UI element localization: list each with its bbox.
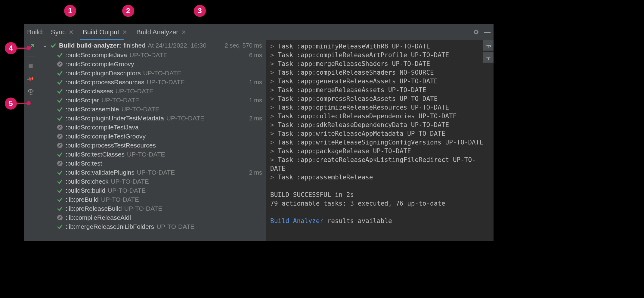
console-summary-1: BUILD SUCCESSFUL in 2s (270, 191, 489, 199)
build-console[interactable]: > Task :app:minifyReleaseWithR8 UP-TO-DA… (266, 40, 494, 241)
build-root-duration: 2 sec, 570 ms (224, 42, 262, 49)
callout-badge-3: 3 (194, 5, 206, 17)
tab-build-analyzer-label: Build Analyzer (136, 28, 178, 36)
task-state: UP-TO-DATE (116, 88, 153, 95)
task-state: UP-TO-DATE (143, 70, 181, 77)
task-row[interactable]: :buildSrc:classesUP-TO-DATE (37, 87, 266, 96)
task-row[interactable]: :buildSrc:test (37, 159, 266, 168)
check-icon (56, 70, 64, 76)
task-state: UP-TO-DATE (147, 79, 184, 86)
task-name: :buildSrc:testClasses (66, 151, 125, 158)
close-icon[interactable]: ✕ (69, 29, 74, 36)
task-time: 1 ms (249, 79, 262, 86)
task-name: :lib:preBuild (66, 196, 99, 203)
console-link-suffix: results available (324, 217, 392, 225)
task-name: :buildSrc:classes (66, 88, 113, 95)
skip-icon (56, 215, 64, 220)
task-row[interactable]: :buildSrc:assembleUP-TO-DATE (37, 105, 266, 114)
check-icon (56, 52, 64, 58)
task-name: :buildSrc:compileGroovy (66, 61, 134, 68)
task-time: 1 ms (249, 97, 262, 104)
task-name: :buildSrc:pluginUnderTestMetadata (66, 115, 164, 122)
check-icon (56, 88, 64, 94)
close-icon[interactable]: ✕ (122, 29, 127, 36)
build-root-row[interactable]: ⌄ Build build-analyzer: finished At 24/1… (37, 40, 266, 51)
task-name: :buildSrc:compileTestJava (66, 124, 139, 131)
build-gutter: 📌 (24, 40, 37, 241)
task-row[interactable]: :lib:mergeReleaseJniLibFoldersUP-TO-DATE (37, 222, 266, 231)
svg-point-2 (30, 90, 31, 92)
gear-icon[interactable]: ⚙ (473, 28, 479, 36)
console-line: > Task :app:mergeReleaseShaders UP-TO-DA… (270, 60, 489, 68)
check-icon (56, 151, 64, 157)
task-row[interactable]: :buildSrc:jarUP-TO-DATE1 ms (37, 96, 266, 105)
console-line: > Task :app:compileReleaseArtProfile UP-… (270, 51, 489, 60)
callout-badge-1: 1 (64, 5, 76, 17)
tab-sync-label: Sync (51, 28, 66, 36)
console-line: > Task :app:createReleaseApkListingFileR… (270, 156, 489, 173)
console-line: > Task :app:generateReleaseAssets UP-TO-… (270, 77, 489, 86)
rebuild-icon[interactable] (26, 43, 35, 52)
callout-badge-5: 5 (5, 98, 17, 110)
task-name: :buildSrc:compileJava (66, 51, 127, 59)
skip-icon (56, 61, 64, 67)
task-row[interactable]: :buildSrc:compileTestJava (37, 123, 266, 132)
tab-build-output-label: Build Output (83, 28, 119, 36)
tab-build-analyzer[interactable]: Build Analyzer ✕ (133, 24, 189, 40)
console-line: > Task :app:writeReleaseSigningConfigVer… (270, 138, 489, 147)
eye-restart-icon[interactable] (26, 87, 35, 96)
task-time: 2 ms (249, 115, 262, 122)
task-row[interactable]: :buildSrc:buildUP-TO-DATE (37, 186, 266, 195)
check-icon (56, 106, 64, 112)
task-row[interactable]: :buildSrc:processTestResources (37, 141, 266, 150)
task-row[interactable]: :buildSrc:compileJavaUP-TO-DATE6 ms (37, 51, 266, 60)
chevron-down-icon[interactable]: ⌄ (43, 42, 49, 49)
task-row[interactable]: :lib:preBuildUP-TO-DATE (37, 195, 266, 204)
tab-build-output[interactable]: Build Output ✕ (80, 24, 130, 40)
task-state: UP-TO-DATE (127, 151, 165, 158)
task-state: UP-TO-DATE (101, 196, 139, 203)
task-state: UP-TO-DATE (101, 97, 139, 104)
build-analyzer-link[interactable]: Build Analyzer (270, 217, 324, 225)
task-row[interactable]: :lib:compileReleaseAidl (37, 213, 266, 222)
callout-badge-2: 2 (122, 5, 134, 17)
check-icon (56, 169, 64, 175)
task-name: :buildSrc:build (66, 187, 105, 194)
soft-wrap-icon[interactable] (483, 40, 494, 51)
check-icon (56, 224, 64, 230)
scroll-to-end-icon[interactable] (483, 52, 494, 63)
console-line: > Task :app:assembleRelease (270, 173, 489, 182)
build-task-tree[interactable]: ⌄ Build build-analyzer: finished At 24/1… (37, 40, 266, 241)
console-line: > Task :app:mergeReleaseAssets UP-TO-DAT… (270, 86, 489, 95)
task-row[interactable]: :buildSrc:processResourcesUP-TO-DATE1 ms (37, 78, 266, 87)
console-line: > Task :app:compileReleaseShaders NO-SOU… (270, 68, 489, 77)
skip-icon (56, 161, 64, 166)
task-state: UP-TO-DATE (124, 205, 162, 212)
task-row[interactable]: :lib:preReleaseBuildUP-TO-DATE (37, 204, 266, 213)
task-state: UP-TO-DATE (108, 187, 146, 194)
stop-icon[interactable] (26, 62, 35, 71)
close-icon[interactable]: ✕ (181, 29, 186, 36)
build-tabbar: Build: Sync ✕ Build Output ✕ Build Analy… (24, 24, 494, 40)
divider (26, 57, 35, 57)
build-root-timestamp: At 24/11/2022, 16:30 (148, 42, 206, 49)
task-name: :buildSrc:processTestResources (66, 142, 156, 149)
check-icon (56, 206, 64, 212)
console-line: > Task :app:sdkReleaseDependencyData UP-… (270, 121, 489, 129)
console-link-line: Build Analyzer results available (270, 217, 489, 225)
check-icon (49, 42, 57, 48)
check-icon (56, 79, 64, 85)
tab-sync[interactable]: Sync ✕ (48, 24, 77, 40)
pin-icon[interactable]: 📌 (24, 73, 37, 85)
task-row[interactable]: :buildSrc:testClassesUP-TO-DATE (37, 150, 266, 159)
task-row[interactable]: :buildSrc:compileGroovy (37, 60, 266, 69)
task-row[interactable]: :buildSrc:pluginDescriptorsUP-TO-DATE (37, 69, 266, 78)
task-name: :buildSrc:processResources (66, 79, 144, 86)
check-icon (56, 197, 64, 203)
minimize-icon[interactable]: — (484, 28, 491, 36)
task-row[interactable]: :buildSrc:validatePluginsUP-TO-DATE2 ms (37, 168, 266, 177)
task-row[interactable]: :buildSrc:pluginUnderTestMetadataUP-TO-D… (37, 114, 266, 123)
task-row[interactable]: :buildSrc:checkUP-TO-DATE (37, 177, 266, 186)
console-line: > Task :app:collectReleaseDependencies U… (270, 112, 489, 121)
task-row[interactable]: :buildSrc:compileTestGroovy (37, 132, 266, 141)
